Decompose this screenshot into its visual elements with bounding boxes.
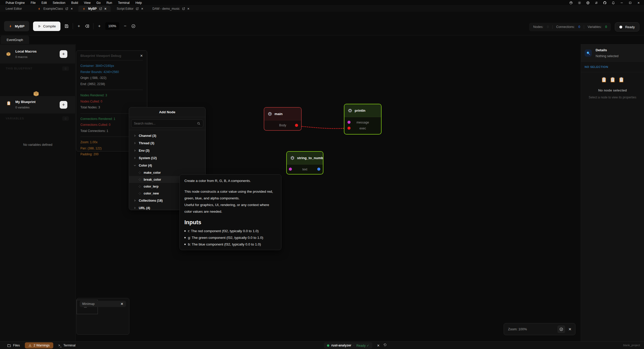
close-icon[interactable]: ✕ [140, 54, 143, 58]
tab-level-editor[interactable]: Level Editor [2, 6, 26, 12]
compile-button[interactable]: Compile [33, 22, 61, 31]
window-maximize-button[interactable] [628, 1, 632, 5]
badge-check-icon[interactable] [131, 24, 136, 28]
palette-icon[interactable] [569, 1, 573, 5]
no-node-selected-label: No node selected [581, 88, 644, 92]
tab-daw-demo-music[interactable]: DAW - demo_music × [148, 6, 193, 12]
lsp-name: rust-analyzer [331, 344, 351, 347]
menu-view[interactable]: View [84, 1, 91, 5]
files-button[interactable]: Files [7, 344, 20, 347]
node-println[interactable]: println message exec [344, 104, 382, 135]
globe-icon[interactable] [586, 1, 590, 5]
zoom-level-display: 100% [105, 22, 119, 30]
open-external-icon[interactable] [136, 7, 139, 10]
tab-exampleclass[interactable]: ExampleClass × [34, 6, 77, 12]
zoom-in-button[interactable]: + [97, 24, 101, 29]
category-color[interactable]: Color (4) [129, 162, 205, 169]
titlebar: Pulsar Engine File Edit Selection Build … [0, 0, 644, 6]
connections-stat-value: 0 [578, 25, 580, 29]
restart-icon[interactable] [383, 343, 387, 348]
menu-edit[interactable]: Edit [41, 1, 47, 5]
details-subtitle: Nothing selected [596, 54, 618, 58]
details-panel: Details Nothing selected NO SELECTION No… [581, 44, 644, 341]
node-body: text [287, 165, 323, 174]
lsp-status-chip[interactable]: rust-analyzer · Ready ✓ [324, 342, 372, 348]
menu-run[interactable]: Run [107, 1, 112, 5]
chevron-right-icon [133, 142, 136, 145]
blueprint-canvas[interactable]: Blueprint Viewport Debug ✕ Container: 38… [76, 44, 581, 341]
output-port-exec[interactable] [295, 124, 298, 127]
node-header: string_to_number [287, 152, 323, 165]
tab-label: Script Editor [117, 7, 133, 11]
lsp-ready-status: Ready ✓ [356, 344, 369, 347]
nodes-stat-value: 0 [547, 25, 549, 29]
close-icon[interactable]: ✕ [568, 327, 572, 332]
category-env[interactable]: Env (3) [129, 147, 205, 154]
pin-label-message: message [356, 121, 369, 124]
close-icon[interactable]: ✕ [120, 302, 123, 306]
menu-terminal[interactable]: Terminal [118, 1, 130, 5]
category-thread[interactable]: Thread (3) [129, 139, 205, 147]
menu-build[interactable]: Build [71, 1, 78, 5]
local-macros-subtitle: 0 macros [15, 55, 27, 58]
my-blueprint-title: My Blueprint [15, 100, 36, 104]
debug-nodes-culled: Nodes Culled: 0 [80, 99, 143, 105]
input-port-message[interactable] [347, 121, 351, 124]
tab-eventgraph[interactable]: EventGraph [1, 36, 29, 44]
node-search-input[interactable] [134, 122, 197, 125]
open-external-icon[interactable] [99, 7, 102, 10]
open-external-icon[interactable] [182, 7, 185, 10]
window-close-button[interactable]: × [637, 1, 640, 5]
tab-close-icon[interactable]: × [71, 7, 73, 11]
chevron-right-icon [133, 199, 136, 202]
window-minimize-button[interactable] [620, 1, 624, 5]
category-channel[interactable]: Channel (3) [129, 132, 205, 139]
menu-go[interactable]: Go [97, 1, 101, 5]
zoom-out-button[interactable]: − [123, 24, 127, 29]
empty-selection-state: No node selected Select a node to view i… [581, 72, 644, 99]
save-icon[interactable] [64, 24, 69, 28]
tooltip-input-b: b: The blue component (f32, typically 0.… [184, 241, 277, 248]
notifications-bell-icon[interactable] [611, 1, 615, 5]
menu-selection[interactable]: Selection [53, 1, 65, 5]
warnings-button[interactable]: ⚠ 2 Warnings [25, 342, 53, 348]
delete-backspace-icon[interactable] [85, 24, 89, 28]
settings-sliders-icon[interactable] [595, 1, 598, 5]
node-search-box [131, 119, 203, 128]
reset-zoom-button[interactable] [557, 325, 565, 333]
open-external-icon[interactable] [65, 7, 68, 10]
input-port-text[interactable] [289, 168, 292, 171]
tab-script-editor[interactable]: Script Editor × [113, 6, 147, 12]
input-port-exec[interactable] [347, 127, 351, 130]
category-system[interactable]: System (12) [129, 154, 205, 162]
node-title: println [355, 109, 365, 112]
tab-mybp[interactable]: MyBP × [78, 6, 111, 12]
no-variables-message: No variables defined [0, 143, 76, 147]
ready-status-button[interactable]: Ready [615, 22, 639, 32]
status-dot [619, 26, 622, 28]
stats-divider [552, 25, 553, 29]
menu-help[interactable]: Help [135, 1, 142, 5]
menu-bar: Pulsar Engine File Edit Selection Build … [0, 1, 142, 5]
node-string-to-number[interactable]: string_to_number text [286, 151, 323, 174]
add-variable-button[interactable]: + [60, 101, 67, 109]
tab-close-icon[interactable]: × [187, 7, 189, 11]
chevron-right-icon [133, 157, 136, 159]
theme-sun-icon[interactable] [578, 1, 581, 5]
tab-close-icon[interactable]: × [104, 7, 107, 11]
node-main[interactable]: main Body [264, 107, 302, 131]
menu-file[interactable]: File [31, 1, 36, 5]
menu-pulsar-engine[interactable]: Pulsar Engine [6, 1, 25, 5]
github-icon[interactable] [603, 1, 607, 5]
lsp-status-dot [327, 344, 329, 347]
add-macro-button[interactable]: + [60, 50, 67, 58]
blueprint-sidebar: Local Macros 0 macros + THIS BLUEPRINT 0… [0, 44, 76, 341]
add-node-button[interactable]: + [77, 24, 81, 29]
pin-label-exec: exec [360, 127, 366, 130]
this-blueprint-label: THIS BLUEPRINT [6, 67, 33, 70]
minimap-panel[interactable]: Minimap ✕ [76, 298, 129, 335]
close-icon[interactable]: ✕ [377, 344, 380, 347]
tab-close-icon[interactable]: × [141, 7, 143, 11]
terminal-button[interactable]: >_ Terminal [58, 344, 76, 347]
output-port-number[interactable] [317, 168, 320, 171]
